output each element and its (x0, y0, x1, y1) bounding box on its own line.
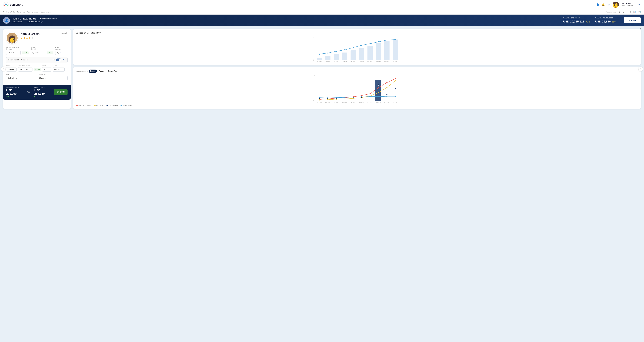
next-arrow[interactable]: › (638, 67, 643, 71)
org-budget-value: USD 10,265,129 (563, 20, 584, 23)
svg-rect-13 (342, 53, 348, 60)
more-info-link[interactable]: More info (61, 32, 68, 34)
svg-text:Apr 2024: Apr 2024 (368, 102, 372, 103)
svg-text:1M: 1M (313, 36, 315, 38)
comment-count: 2 (60, 52, 61, 54)
svg-point-75 (336, 97, 337, 98)
level-group: Level 07 (42, 65, 51, 72)
role-input[interactable] (6, 76, 36, 80)
svg-rect-16 (368, 46, 373, 60)
svg-point-1 (5, 4, 7, 6)
submit-button[interactable]: SUBMIT (624, 18, 641, 23)
svg-point-50 (378, 87, 379, 88)
header-right: 👤 🔔 ⚙ 👩 Eva Stuart Senior Operations ...… (596, 2, 641, 8)
view-rule-budget-link[interactable]: View Rule wise budget (28, 21, 43, 24)
increase-pct: 17% (60, 91, 65, 94)
svg-text:5M: 5M (313, 75, 315, 77)
legend-dot-current-salary (120, 105, 122, 106)
clock-icon[interactable]: 🕐 (638, 11, 641, 13)
chart-icon[interactable]: 📊 (633, 11, 636, 13)
current-salary-block: CURRENT SALARY USD 221,000 0.89 (6, 87, 23, 97)
employee-name: Natalie Brown (20, 32, 40, 36)
svg-point-80 (378, 96, 379, 97)
correction-badge: ▲ 15% (46, 52, 53, 54)
position-id-input[interactable] (6, 67, 16, 72)
svg-point-74 (328, 97, 328, 98)
grade-select[interactable]: 4DF3E3 (53, 67, 64, 72)
view-all-teams-link[interactable]: View all teams (12, 21, 22, 24)
merit-badge: ▲ 15% (22, 52, 29, 54)
filter-icon[interactable]: ⊞ (618, 11, 620, 13)
svg-point-77 (353, 97, 354, 98)
upload-icon[interactable]: ↑ (630, 11, 631, 13)
legend-dot-revised-salary (106, 105, 108, 106)
compare-tab-peers[interactable]: Peers (88, 70, 96, 73)
svg-point-61 (386, 87, 388, 88)
svg-text:Apr 2018: Apr 2018 (317, 61, 322, 62)
svg-text:Apr 2021: Apr 2021 (342, 102, 347, 103)
svg-text:Apr 2020: Apr 2020 (334, 102, 338, 103)
level-label: Level (42, 65, 51, 67)
svg-point-53 (319, 99, 320, 101)
promo-increase-label: Promotion Increase (18, 65, 41, 67)
level-select[interactable]: 07 (42, 67, 51, 72)
team-name-row: Team of Eva Stuart • 12 out of 15 Review… (12, 17, 560, 20)
svg-point-51 (386, 82, 388, 83)
svg-point-60 (378, 92, 379, 93)
profile-avatar-img: 👩‍💼 (6, 33, 18, 44)
profile-area: 👩‍💼 Natalie Brown More info ★★★★★ (3, 29, 71, 44)
promo-no-label: No (53, 59, 55, 61)
svg-point-7 (4, 4, 5, 4)
org-budget-bar-fill (563, 19, 579, 19)
merit-input[interactable] (6, 51, 20, 55)
person-icon[interactable]: 👤 (596, 3, 600, 7)
svg-point-20 (319, 54, 320, 55)
correction-input[interactable] (31, 51, 45, 55)
current-salary-label: CURRENT SALARY (6, 87, 23, 88)
growth-chart-svg: 1M 0 (76, 36, 638, 62)
team-banner: 👤 Team of Eva Stuart • 12 out of 15 Revi… (0, 15, 644, 26)
promo-yes-label: Yes (63, 59, 66, 61)
download-icon[interactable]: ↓ (626, 11, 628, 13)
gear-icon[interactable]: ⚙ (607, 3, 610, 7)
logout-icon[interactable]: ➔ (637, 3, 641, 7)
promo-increase-input[interactable] (18, 67, 32, 72)
promo-toggle[interactable]: ✓ (56, 59, 62, 61)
svg-text:Apr 2021: Apr 2021 (342, 61, 347, 62)
legend-label-revised-peer: Revised Peer Range (78, 105, 92, 106)
prev-arrow[interactable]: ‹ (1, 67, 6, 71)
revised-salary-sub: 0.92 (34, 96, 51, 97)
svg-point-82 (395, 96, 396, 97)
user-avatar: 👩 (612, 2, 619, 8)
promo-arrow-icon: ▲ (35, 69, 36, 70)
team-avatar-img: 👤 (4, 17, 10, 23)
team-budget-value: USD 25,990 (595, 20, 611, 23)
promo-increase-group: Promotion Increase ▲ 15% (18, 65, 41, 72)
current-salary-value: USD 221,000 (6, 89, 23, 95)
correction-group: Salary Correction ▲ 15% (31, 46, 53, 55)
designation-input[interactable] (38, 76, 68, 80)
svg-point-2 (6, 3, 6, 4)
compare-tab-target[interactable]: Target Pay (106, 70, 119, 73)
current-salary-sub: 0.89 (6, 96, 23, 97)
compare-tab-team[interactable]: Team (98, 70, 106, 73)
comment-button[interactable]: 💬 2 (55, 51, 63, 55)
user-info: Eva Stuart Senior Operations ... (621, 3, 635, 7)
legend-label-peer: Peer Range (96, 105, 104, 106)
close-button[interactable]: ✕ (639, 27, 642, 30)
compare-header: Compare with Peers Team Target Pay (76, 70, 638, 73)
svg-point-73 (319, 97, 320, 98)
compare-chart-svg: 5M 0 (76, 75, 638, 103)
svg-point-3 (7, 4, 8, 4)
columns-icon[interactable]: ⊟ (622, 11, 624, 13)
legend-peer: Peer Range (94, 105, 104, 106)
svg-text:Apr 2020: Apr 2020 (334, 61, 338, 62)
svg-text:Apr 2022: Apr 2022 (351, 61, 356, 62)
bell-icon[interactable]: 🔔 (602, 3, 605, 7)
avatar-image: 👩 (612, 2, 619, 8)
growth-chart-card: Average Growth Rate 14.85% 1M 0 (73, 29, 641, 65)
svg-point-72 (395, 88, 396, 89)
legend-label-revised-salary: Revised salary (108, 105, 118, 106)
team-reviewed: 12 out of 15 Reviewed (40, 18, 57, 20)
svg-text:Apr 2025: Apr 2025 (376, 102, 381, 103)
